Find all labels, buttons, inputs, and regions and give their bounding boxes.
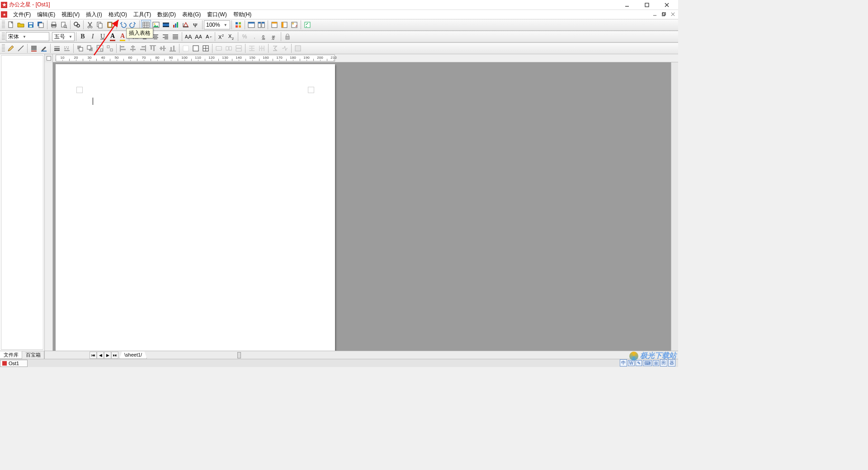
help-button[interactable] <box>302 20 312 30</box>
cut-button[interactable] <box>85 20 95 30</box>
align-right-button[interactable] <box>160 32 170 42</box>
merge-cells-button[interactable] <box>214 43 224 53</box>
superscript-button[interactable]: X2 <box>217 32 226 42</box>
line-style-button[interactable] <box>52 43 62 53</box>
insert-chart-button[interactable] <box>171 20 181 30</box>
page[interactable] <box>56 64 335 351</box>
increase-decimal-button[interactable]: .0.00 <box>259 32 269 42</box>
formula-button[interactable] <box>270 43 280 53</box>
horizontal-scrollbar-thumb[interactable] <box>237 352 241 358</box>
pen-tool-button[interactable] <box>6 43 16 53</box>
char-scaling-button[interactable]: A↔ <box>203 32 213 42</box>
layout-side-button[interactable] <box>279 20 289 30</box>
window-list-button[interactable] <box>233 20 243 30</box>
vertical-scrollbar[interactable] <box>671 62 678 351</box>
mdi-minimize-button[interactable] <box>651 11 658 17</box>
subscript-button[interactable]: X2 <box>226 32 236 42</box>
underline-button[interactable]: U <box>98 32 108 42</box>
paste-button[interactable] <box>105 20 115 30</box>
sheet-nav-prev-button[interactable]: ◀ <box>97 352 104 359</box>
insert-symbol-button[interactable]: Ψ <box>191 20 201 30</box>
thumbnail-area[interactable] <box>1 55 43 350</box>
align-objects-left-button[interactable] <box>118 43 128 53</box>
side-tab-treasure-box[interactable]: 百宝箱 <box>22 351 44 359</box>
menu-tools[interactable]: 工具(T) <box>130 10 154 19</box>
fill-color-button[interactable] <box>29 43 39 53</box>
ime-chip[interactable]: ⌨ <box>643 360 652 366</box>
bold-button[interactable]: B <box>78 32 88 42</box>
window-tab[interactable]: Ost1 <box>0 360 28 367</box>
table-props-button[interactable] <box>293 43 303 53</box>
ime-chip[interactable]: 器 <box>668 359 675 367</box>
insert-object-button[interactable] <box>181 20 191 30</box>
line-tool-button[interactable] <box>16 43 26 53</box>
document-canvas[interactable] <box>53 62 671 351</box>
decrease-font-button[interactable]: AA <box>193 32 203 42</box>
split-table-button[interactable] <box>234 43 244 53</box>
align-objects-middle-button[interactable] <box>158 43 168 53</box>
open-button[interactable] <box>16 20 26 30</box>
ime-chip[interactable]: ✎ <box>636 360 642 366</box>
ruler-corner[interactable] <box>45 54 53 62</box>
ime-chip[interactable]: W <box>628 360 635 366</box>
side-tab-file-library[interactable]: 文件库 <box>0 351 22 359</box>
align-objects-bottom-button[interactable] <box>168 43 178 53</box>
distribute-rows-button[interactable] <box>247 43 257 53</box>
print-preview-button[interactable] <box>59 20 69 30</box>
cell-outer-border-button[interactable] <box>191 43 201 53</box>
mdi-close-button[interactable] <box>669 11 676 17</box>
menu-view[interactable]: 视图(V) <box>58 10 83 19</box>
menu-table[interactable]: 表格(G) <box>179 10 204 19</box>
menu-format[interactable]: 格式(O) <box>105 10 130 19</box>
font-size-combo[interactable]: 五号▼ <box>52 32 75 41</box>
menu-edit[interactable]: 编辑(E) <box>34 10 58 19</box>
save-button[interactable] <box>26 20 36 30</box>
dash-style-button[interactable] <box>62 43 72 53</box>
bring-front-button[interactable] <box>75 43 85 53</box>
find-button[interactable] <box>72 20 82 30</box>
cell-all-border-button[interactable] <box>201 43 211 53</box>
maximize-button[interactable] <box>641 1 653 9</box>
ime-chip[interactable]: 田 <box>660 359 667 367</box>
toolbar-grip[interactable] <box>2 33 5 41</box>
line-color-button[interactable] <box>39 43 49 53</box>
group-button[interactable] <box>95 43 105 53</box>
horizontal-ruler[interactable]: 1020304050607080901001101201301401501601… <box>53 54 678 62</box>
copy-button[interactable] <box>95 20 105 30</box>
menu-window[interactable]: 窗口(W) <box>204 10 230 19</box>
sheet-nav-next-button[interactable]: ▶ <box>104 352 111 359</box>
split-vertical-button[interactable] <box>256 20 266 30</box>
menu-insert[interactable]: 插入(I) <box>83 10 105 19</box>
print-button[interactable] <box>49 20 59 30</box>
sheet-nav-last-button[interactable]: ⏭ <box>111 352 118 359</box>
layout-single-button[interactable] <box>269 20 279 30</box>
menu-help[interactable]: 帮助(H) <box>230 10 255 19</box>
align-objects-center-button[interactable] <box>128 43 138 53</box>
close-button[interactable] <box>661 1 673 9</box>
decrease-decimal-button[interactable]: .00.0 <box>269 32 279 42</box>
ime-chip[interactable]: 中 <box>620 359 627 367</box>
vertical-ruler[interactable] <box>45 62 53 351</box>
minimize-button[interactable] <box>621 1 633 9</box>
show-thumbnails-button[interactable] <box>289 20 299 30</box>
toolbar-grip[interactable] <box>2 21 5 29</box>
align-objects-top-button[interactable] <box>148 43 158 53</box>
font-color-button[interactable]: A <box>108 32 118 42</box>
send-back-button[interactable] <box>85 43 95 53</box>
ime-chip[interactable]: ⊞ <box>653 360 659 366</box>
font-name-combo[interactable]: 宋体▼ <box>6 32 49 41</box>
lock-button[interactable] <box>283 32 292 42</box>
new-button[interactable] <box>6 20 16 30</box>
comma-style-button[interactable]: , <box>250 32 259 42</box>
italic-button[interactable]: I <box>88 32 98 42</box>
split-horizontal-button[interactable] <box>246 20 256 30</box>
equation-button[interactable] <box>280 43 290 53</box>
menu-file[interactable]: 文件(F) <box>10 10 34 19</box>
align-objects-right-button[interactable] <box>138 43 148 53</box>
toolbar-grip[interactable] <box>2 44 5 52</box>
sheet-tab[interactable]: \sheet1/ <box>119 352 147 359</box>
percent-style-button[interactable]: % <box>240 32 250 42</box>
cell-no-border-button[interactable] <box>181 43 191 53</box>
distribute-cols-button[interactable] <box>257 43 267 53</box>
split-cells-button[interactable] <box>224 43 234 53</box>
